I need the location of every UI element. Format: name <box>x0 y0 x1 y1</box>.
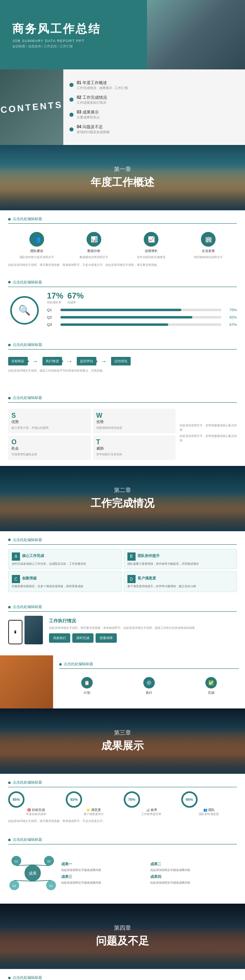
chapter-title: 工作完成情况 <box>91 496 154 510</box>
swot-s: S 优势 核心竞争力强，市场认知度高 <box>8 409 91 433</box>
chapter-title: 成果展示 <box>101 739 144 753</box>
tree-text: 此处添加说明文字描述成果内容 <box>150 868 237 872</box>
flow-box-3: 监控评估 <box>77 357 96 365</box>
chapter-label: 第二章 <box>91 487 154 494</box>
icon-label: 团队建设 <box>30 249 43 253</box>
header-text: 点击此处编辑标题 <box>13 780 42 785</box>
section-title: 工作执行情况 <box>49 618 237 624</box>
icon-company: 🏢 <box>201 232 216 247</box>
slide-body-text: 此处添加详细文字说明，请尽量言简意赅，简单描述即可，不必大段落文字。 <box>8 819 237 824</box>
header-dot <box>8 977 11 979</box>
card-title-1: 核心工作完成 <box>22 553 44 559</box>
prog-item-4: 95% 👥 团队 团队协作满意度 <box>181 791 237 816</box>
prog-desc: 团队协作满意度 <box>181 812 237 816</box>
icon-item-3: 📈 业绩增长 全年业绩目标完成情况 <box>122 232 180 259</box>
icon-circle: ✅ <box>205 677 217 688</box>
contents-item-3: 03 成果展示 主要成果和亮点 <box>69 109 239 120</box>
stat-big-2: 67% <box>67 291 84 301</box>
slide-tree: 点击此处编辑标题 成果 01 02 03 04 <box>0 831 245 904</box>
slide-swot: 点击此处编辑标题 S 优势 核心竞争力强，市场认知度高 W 劣势 内部流程待优化… <box>0 389 245 466</box>
icon-team: 👥 <box>29 232 44 247</box>
svg-text:01: 01 <box>15 860 18 863</box>
card-text-3: 积极探索创新路径，在多个领域实现突破，获得显著成效 <box>12 584 118 588</box>
flow-box-2: 执行推进 <box>42 357 62 365</box>
contents-item-desc: 工作进展及执行情况 <box>77 100 107 105</box>
swot-text-s: 核心竞争力强，市场认知度高 <box>11 426 88 430</box>
slide-flow: 点击此处编辑标题 目标制定 → 执行推进 → 监控评估 → 总结优化 此处添加详… <box>0 336 245 389</box>
header-text: 点击此处编辑标题 <box>13 604 42 610</box>
tree-text: 此处添加说明文字描述成果内容 <box>61 868 148 872</box>
card-title-4: 客户满意度 <box>138 576 156 581</box>
swot-o: O 机会 市场需求旺盛机会多 <box>8 435 91 460</box>
tree-diagram: 成果 01 02 03 04 <box>8 849 57 898</box>
icon-desc: 团队协作能力提升说明文字 <box>20 255 54 259</box>
tree-title: 成果四 <box>150 874 237 880</box>
slide-header: 点击此处编辑标题 <box>8 780 237 787</box>
prog-label: 👥 团队 <box>181 808 237 812</box>
tree-title: 成果一 <box>61 862 148 867</box>
icon-item-4: 🏢 企业发展 组织架构优化说明文字 <box>180 232 237 259</box>
slide-header: 点击此处编辑标题 <box>8 604 237 612</box>
stat-big-1: 17% <box>47 291 63 301</box>
contents-item-title: 03 成果展示 <box>77 109 100 115</box>
header-dot <box>8 218 11 220</box>
hero-text: 第四章 问题及不足 <box>96 924 149 948</box>
tree-desc-4: 成果四 此处添加说明文字描述成果内容 <box>150 874 237 885</box>
header-dot <box>8 344 11 346</box>
slide-header: 点击此处编辑标题 <box>8 342 237 350</box>
prog-desc: 客户满意度评分 <box>66 812 121 816</box>
header-text: 点击此处编辑标题 <box>13 537 42 543</box>
icons-row: 👥 团队建设 团队协作能力提升说明文字 📊 数据分析 数据驱动决策说明文字 📈 … <box>8 228 237 263</box>
main-title: 商务风工作总结 <box>12 21 233 37</box>
icon-desc: 全年业绩目标完成情况 <box>137 255 165 259</box>
card-title-2: 团队协作提升 <box>138 553 160 559</box>
left-image <box>0 655 53 708</box>
swot-text-o: 市场需求旺盛机会多 <box>11 452 88 457</box>
icon-item-2: 📊 数据分析 数据驱动决策说明文字 <box>65 232 122 259</box>
contents-item-title: 02 工作完成情况 <box>77 95 107 100</box>
card-2: B 团队协作提升 团队凝聚力显著增强，协作效率大幅提高，共同推进项目 <box>124 549 237 570</box>
stat-row-1: Q1 75% <box>47 308 237 312</box>
header-text: 点击此处编辑标题 <box>13 342 42 347</box>
prog-item-2: 92% ⭐ 满意度 客户满意度评分 <box>66 791 121 816</box>
icon-label: 企业发展 <box>202 249 215 253</box>
prog-label: 🎯 目标完成 <box>8 808 64 812</box>
bullet-dot <box>69 83 74 87</box>
card-4: D 客户满意度 客户满意度持续提升，好评率大幅增加，建立良好口碑 <box>124 571 237 592</box>
icon-growth: 📈 <box>144 232 158 247</box>
stat-val: 75% <box>225 308 237 312</box>
bullet-dot <box>69 113 74 117</box>
contents-left-panel: CONTENTS <box>0 69 63 145</box>
flow-desc: 此处添加详细文字说明，描述工作流程各环节的具体内容和要点，言简意赅。 <box>8 369 237 373</box>
header-dot <box>8 839 11 841</box>
header-text: 点击此处编辑标题 <box>13 216 42 222</box>
header-dot <box>8 606 11 608</box>
tree-text: 此处添加说明文字描述成果内容 <box>150 881 237 885</box>
progress-circle: 92% <box>66 791 82 808</box>
card-1: A 核心工作完成 按时完成各项核心工作任务，达成既定目标，工作质量优良 <box>8 549 122 570</box>
icon-item-1: 👥 团队建设 团队协作能力提升说明文字 <box>8 232 65 259</box>
swot-title-t: 威胁 <box>96 446 173 451</box>
stat-val: 82% <box>225 315 237 319</box>
slide-cards-2x2: 点击此处编辑标题 A 核心工作完成 按时完成各项核心工作任务，达成既定目标，工作… <box>0 531 245 599</box>
card-text-1: 按时完成各项核心工作任务，达成既定目标，工作质量优良 <box>12 562 118 566</box>
header-text: 点击此处编辑标题 <box>13 395 42 401</box>
contents-item-title: 01 年度工作概述 <box>77 80 128 86</box>
prog-desc: 工作效率提升率 <box>124 812 179 816</box>
slide-header: 点击此处编辑标题 <box>8 837 237 844</box>
svg-text:02: 02 <box>47 860 51 863</box>
bullet-dot <box>69 127 74 131</box>
chapter-title: 问题及不足 <box>96 934 149 948</box>
chapter-label: 第四章 <box>96 924 149 932</box>
header-dot <box>8 782 11 784</box>
slide-header: 点击此处编辑标题 <box>8 216 237 224</box>
icon-chart: 📊 <box>87 232 101 247</box>
swot-grid: S 优势 核心竞争力强，市场认知度高 W 劣势 内部流程待优化改进 O 机会 市… <box>8 409 176 460</box>
body-text: 此处添加详细文字说明，请尽量言简意赅，简单描述即可，不必大段落文字。此处添加详细… <box>8 263 237 267</box>
icon-label: 完成 <box>208 690 214 695</box>
contents-item-1: 01 年度工作概述 工作完成情况 · 成果展示 · 工作汇报 <box>69 80 239 90</box>
swot-title-w: 劣势 <box>96 419 173 425</box>
tree-title: 成果二 <box>150 862 237 867</box>
card-text-4: 客户满意度持续提升，好评率大幅增加，建立良好口碑 <box>127 584 234 588</box>
slide-contents: CONTENTS 01 年度工作概述 工作完成情况 · 成果展示 · 工作汇报 … <box>0 69 245 145</box>
